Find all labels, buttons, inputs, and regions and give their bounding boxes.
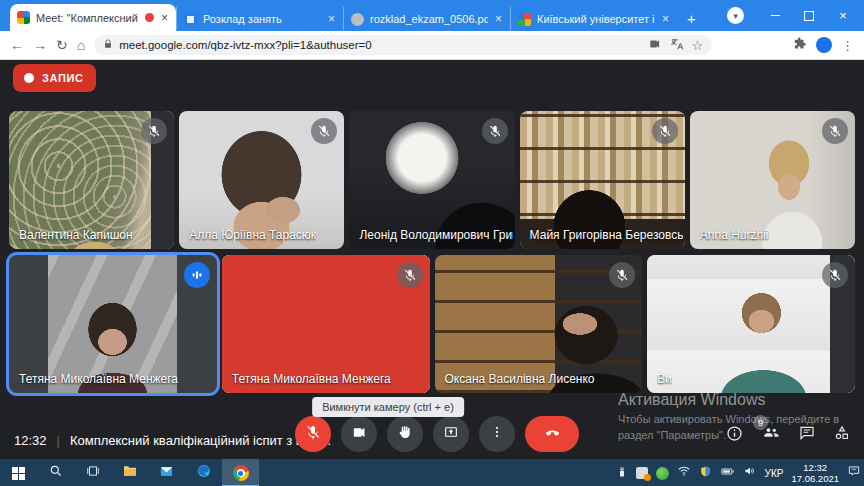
recording-label: ЗАПИС — [42, 72, 83, 84]
antivirus-icon[interactable] — [656, 467, 669, 480]
meeting-title[interactable]: Комплексний кваліфікаційний іспит з циві… — [70, 433, 331, 448]
present-screen-icon — [443, 424, 459, 444]
recording-badge: ЗАПИС — [13, 64, 96, 92]
watermark-title: Активация Windows — [618, 391, 839, 409]
url-text[interactable]: meet.google.com/qbz-ivtz-mxx?pli=1&authu… — [119, 39, 641, 51]
taskbar-search-button[interactable] — [37, 459, 74, 486]
meet-favicon — [17, 11, 30, 24]
browser-tab[interactable]: Київський університет імені Бор× — [510, 7, 677, 31]
camera-toggle-button[interactable] — [341, 416, 377, 452]
close-button[interactable]: × — [828, 0, 858, 31]
chrome-button[interactable] — [222, 459, 259, 486]
mic-muted-icon — [652, 118, 678, 144]
video-grid-row-2: Тетяна Миколаївна МенжегаТетяна Миколаїв… — [9, 255, 855, 393]
university-favicon — [518, 13, 531, 26]
participant-name: Тетяна Миколаївна Менжега — [19, 372, 178, 386]
present-button[interactable] — [433, 416, 469, 452]
browser-tabbar: Meet: "Комплексний кваліф×Розклад занять… — [0, 0, 864, 31]
home-button[interactable]: ⌂ — [77, 38, 85, 52]
call-controls — [295, 416, 579, 452]
browser-tab[interactable]: Розклад занять× — [176, 7, 343, 31]
tab-search-button[interactable]: ▾ — [727, 7, 744, 24]
tab-title: rozklad_ekzam_0506.pdf — [370, 13, 488, 25]
participant-tile[interactable]: Леонід Володимирович Грищ... — [349, 111, 514, 249]
browser-tab[interactable]: Meet: "Комплексний кваліф× — [10, 4, 176, 31]
translate-icon[interactable] — [670, 37, 684, 53]
edge-icon — [196, 463, 212, 483]
forward-button[interactable]: → — [33, 38, 47, 52]
watermark-line: Чтобы активировать Windows, перейдите в — [618, 412, 839, 428]
participant-tile[interactable]: Тетяна Миколаївна Менжега — [9, 255, 217, 393]
browser-menu-icon[interactable]: ⋮ — [841, 38, 854, 53]
mic-muted-icon — [822, 118, 848, 144]
more-dots-icon — [489, 424, 505, 444]
wifi-icon[interactable] — [677, 464, 691, 482]
mail-icon — [159, 464, 174, 483]
meeting-info: 12:32 | Комплексний кваліфікаційний іспи… — [14, 433, 331, 448]
bookmark-star-icon[interactable]: ☆ — [692, 38, 704, 53]
leave-call-button[interactable] — [525, 416, 579, 452]
participant-tile[interactable]: Оксана Василівна Лисенко — [435, 255, 643, 393]
browser-toolbar: ← → ↻ ⌂ meet.google.com/qbz-ivtz-mxx?pli… — [0, 31, 864, 60]
screen: Meet: "Комплексний кваліф×Розклад занять… — [0, 0, 864, 486]
volume-icon[interactable] — [743, 464, 757, 482]
back-button[interactable]: ← — [10, 38, 24, 52]
more-options-button[interactable] — [479, 416, 515, 452]
file-explorer-button[interactable] — [111, 459, 148, 486]
screenshot-tool-icon[interactable] — [636, 467, 648, 479]
record-dot-icon — [24, 73, 34, 83]
start-button[interactable] — [0, 459, 37, 486]
participant-name: Оксана Василівна Лисенко — [445, 372, 595, 386]
profile-avatar[interactable] — [816, 37, 832, 53]
minimize-button[interactable] — [760, 0, 790, 31]
windows-logo-icon — [12, 467, 25, 480]
tab-close-button[interactable]: × — [494, 12, 503, 26]
tab-title: Meet: "Комплексний кваліф — [36, 12, 139, 24]
mail-button[interactable] — [148, 459, 185, 486]
participant-tile[interactable]: Валентина Капишон — [9, 111, 174, 249]
camera-in-use-icon[interactable] — [648, 37, 662, 53]
restore-button[interactable] — [794, 0, 824, 31]
participant-name: Валентина Капишон — [19, 228, 133, 242]
task-view-button[interactable] — [74, 459, 111, 486]
pdf-favicon — [351, 13, 364, 26]
tab-close-button[interactable]: × — [160, 11, 169, 25]
participant-tile[interactable]: Anna Hurzhii — [690, 111, 855, 249]
restore-icon — [804, 11, 814, 21]
tab-close-button[interactable]: × — [327, 12, 336, 26]
participant-tile[interactable]: Майя Григорівна Березовська — [520, 111, 685, 249]
taskbar-clock[interactable]: 12:32 17.06.2021 — [791, 462, 839, 485]
participant-name: Майя Григорівна Березовська — [530, 228, 684, 242]
chrome-icon — [233, 465, 249, 481]
security-shield-icon[interactable] — [699, 464, 712, 482]
extensions-icon[interactable] — [792, 36, 807, 55]
participant-tile[interactable]: Ви — [647, 255, 855, 393]
chevron-down-icon: ▾ — [733, 11, 738, 21]
search-icon — [49, 464, 63, 482]
new-tab-button[interactable]: + — [677, 10, 706, 31]
tab-title: Розклад занять — [203, 13, 321, 25]
address-bar[interactable]: meet.google.com/qbz-ivtz-mxx?pli=1&authu… — [94, 35, 712, 55]
video-grid-row-1: Валентина КапишонАлла Юріївна ТарасюкЛео… — [9, 111, 855, 249]
usb-icon[interactable] — [616, 464, 628, 482]
participant-name: Тетяна Миколаївна Менжега — [232, 372, 391, 386]
taskbar-date: 17.06.2021 — [791, 473, 839, 484]
mic-toggle-button[interactable] — [295, 416, 331, 452]
action-center-icon[interactable] — [847, 464, 861, 482]
participant-tile[interactable]: Алла Юріївна Тарасюк — [179, 111, 344, 249]
tab-recording-indicator-icon — [145, 13, 154, 22]
browser-tab[interactable]: rozklad_ekzam_0506.pdf× — [343, 7, 510, 31]
edge-button[interactable] — [185, 459, 222, 486]
reload-button[interactable]: ↻ — [56, 38, 68, 52]
participant-tile[interactable]: Тетяна Миколаївна Менжега — [222, 255, 430, 393]
mic-muted-icon — [822, 262, 848, 288]
mic-muted-icon — [397, 262, 423, 288]
tab-close-button[interactable]: × — [661, 12, 670, 26]
participant-name: Ви — [657, 372, 672, 386]
hand-icon — [397, 424, 413, 444]
language-indicator[interactable]: УКР — [765, 468, 784, 479]
battery-icon[interactable] — [720, 464, 735, 483]
participant-name: Anna Hurzhii — [700, 228, 769, 242]
raise-hand-button[interactable] — [387, 416, 423, 452]
minimize-icon — [771, 15, 780, 16]
